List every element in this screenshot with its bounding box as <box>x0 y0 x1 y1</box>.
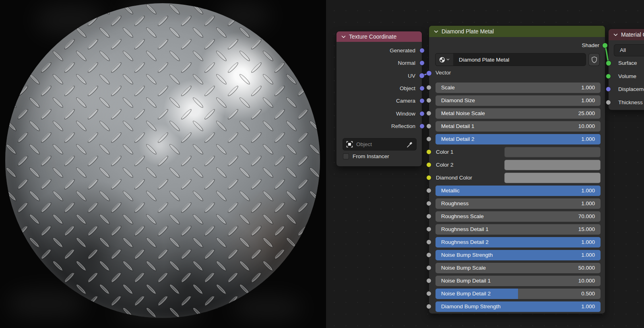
number-field[interactable]: Metallic1.000 <box>436 186 601 196</box>
color-swatch[interactable] <box>504 147 601 157</box>
param-row-noise-bump-scale[interactable]: Noise Bump Scale50.000 <box>436 263 601 273</box>
node-header[interactable]: Texture Coordinate <box>336 31 422 42</box>
param-row-color-2[interactable]: Color 2 <box>436 160 601 170</box>
param-label: Roughness Detail 2 <box>441 237 489 248</box>
value-input-socket[interactable] <box>426 85 431 90</box>
value-input-socket[interactable] <box>426 252 431 258</box>
shader-input-socket[interactable] <box>606 60 611 66</box>
number-field[interactable]: Scale1.000 <box>436 83 601 93</box>
number-field[interactable]: Roughness Detail 21.000 <box>436 237 601 248</box>
chevron-down-icon[interactable] <box>613 33 618 37</box>
param-row-metal-noise-scale[interactable]: Metal Noise Scale25.000 <box>436 108 601 119</box>
fake-user-shield-button[interactable] <box>589 54 599 66</box>
param-row-metal-detail-1[interactable]: Metal Detail 110.000 <box>436 121 601 132</box>
datablock-icon-dropdown[interactable] <box>436 54 453 66</box>
output-row-reflection: Reflection <box>336 122 422 130</box>
from-instancer-checkbox[interactable] <box>343 153 349 159</box>
param-value: 1.000 <box>581 237 595 248</box>
number-field[interactable]: Noise Bump Detail 20.500 <box>436 289 601 299</box>
value-input-socket[interactable] <box>426 239 431 245</box>
value-input-socket[interactable] <box>426 136 431 142</box>
param-row-roughness-detail-1[interactable]: Roughness Detail 115.000 <box>436 224 601 235</box>
output-label: Normal <box>398 60 415 66</box>
material-sphere-icon <box>439 57 445 63</box>
param-row-scale[interactable]: Scale1.000 <box>436 83 601 93</box>
value-input-socket[interactable] <box>426 304 431 309</box>
value-input-socket[interactable] <box>426 201 431 206</box>
from-instancer-label: From Instancer <box>353 153 389 159</box>
value-input-socket[interactable] <box>426 98 431 103</box>
param-row-noise-bump-strength[interactable]: Noise Bump Strength1.000 <box>436 250 601 260</box>
nodegroup-name[interactable]: Diamond Plate Metal <box>453 57 509 63</box>
node-header[interactable]: Material Output <box>609 29 644 40</box>
param-row-color-1[interactable]: Color 1 <box>436 147 601 157</box>
value-input-socket[interactable] <box>426 214 431 219</box>
param-label: Diamond Bump Strength <box>441 301 501 312</box>
value-input-socket[interactable] <box>426 124 431 129</box>
color-swatch[interactable] <box>504 173 601 183</box>
vector-output-socket[interactable] <box>419 86 425 91</box>
input-row-volume: Volume <box>609 72 644 80</box>
output-label: Window <box>396 111 415 117</box>
number-field[interactable]: Metal Detail 21.000 <box>436 134 601 144</box>
param-label: Color 2 <box>436 160 454 170</box>
number-field[interactable]: Noise Bump Detail 110.000 <box>436 276 601 286</box>
value-input-socket[interactable] <box>606 100 611 105</box>
from-instancer-row[interactable]: From Instancer <box>343 153 389 159</box>
number-field[interactable]: Noise Bump Strength1.000 <box>436 250 601 260</box>
param-row-noise-bump-detail-1[interactable]: Noise Bump Detail 110.000 <box>436 276 601 286</box>
param-row-metal-detail-2[interactable]: Metal Detail 21.000 <box>436 134 601 144</box>
number-field[interactable]: Diamond Size1.000 <box>436 95 601 106</box>
number-field[interactable]: Noise Bump Scale50.000 <box>436 263 601 273</box>
color-swatch[interactable] <box>504 160 601 170</box>
value-input-socket[interactable] <box>426 278 431 283</box>
number-field[interactable]: Metal Detail 110.000 <box>436 121 601 132</box>
chevron-down-icon[interactable] <box>434 29 438 34</box>
number-field[interactable]: Roughness Detail 115.000 <box>436 224 601 235</box>
vector-input-socket[interactable] <box>426 70 431 76</box>
object-picker-field[interactable]: Object <box>343 138 416 150</box>
vector-input-socket[interactable] <box>606 87 611 92</box>
param-row-diamond-color[interactable]: Diamond Color <box>436 173 601 183</box>
node-material-output[interactable]: Material Output All SurfaceVolumeDisplac… <box>609 29 644 110</box>
vector-output-socket[interactable] <box>419 111 425 116</box>
vector-output-socket[interactable] <box>419 48 425 53</box>
node-group-diamond-plate-metal[interactable]: Diamond Plate Metal Shader Diamond Plate… <box>429 26 605 314</box>
nodegroup-datablock-field[interactable]: Diamond Plate Metal <box>436 54 586 66</box>
color-input-socket[interactable] <box>426 175 431 180</box>
output-target-dropdown[interactable]: All <box>614 45 644 56</box>
input-row-displacement: Displacement <box>609 85 644 93</box>
shader-input-socket[interactable] <box>606 74 611 79</box>
value-input-socket[interactable] <box>426 291 431 296</box>
eyedropper-icon[interactable] <box>407 141 413 148</box>
color-input-socket[interactable] <box>426 162 431 167</box>
value-input-socket[interactable] <box>426 265 431 270</box>
node-texture-coordinate[interactable]: Texture Coordinate GeneratedNormalUVObje… <box>336 31 422 166</box>
param-row-roughness[interactable]: Roughness1.000 <box>436 198 601 209</box>
vector-output-socket[interactable] <box>419 60 425 66</box>
value-input-socket[interactable] <box>426 188 431 193</box>
color-input-socket[interactable] <box>426 149 431 155</box>
param-row-noise-bump-detail-2[interactable]: Noise Bump Detail 20.500 <box>436 289 601 299</box>
output-label: Generated <box>390 47 415 54</box>
shader-output-socket[interactable] <box>603 43 608 48</box>
value-input-socket[interactable] <box>426 111 431 116</box>
vector-output-socket[interactable] <box>419 124 425 129</box>
param-row-roughness-detail-2[interactable]: Roughness Detail 21.000 <box>436 237 601 248</box>
shader-node-editor[interactable]: Texture Coordinate GeneratedNormalUVObje… <box>326 0 644 328</box>
param-row-metallic[interactable]: Metallic1.000 <box>436 186 601 196</box>
number-field[interactable]: Metal Noise Scale25.000 <box>436 108 601 119</box>
number-field[interactable]: Roughness Scale70.000 <box>436 211 601 222</box>
vector-output-socket[interactable] <box>419 73 425 78</box>
value-input-socket[interactable] <box>426 227 431 232</box>
param-label: Diamond Color <box>436 173 472 183</box>
vector-output-socket[interactable] <box>419 98 425 103</box>
param-row-diamond-bump-strength[interactable]: Diamond Bump Strength1.000 <box>436 301 601 312</box>
param-row-diamond-size[interactable]: Diamond Size1.000 <box>436 95 601 106</box>
chevron-down-icon[interactable] <box>341 35 346 39</box>
number-field[interactable]: Diamond Bump Strength1.000 <box>436 301 601 312</box>
param-row-roughness-scale[interactable]: Roughness Scale70.000 <box>436 211 601 222</box>
number-field[interactable]: Roughness1.000 <box>436 198 601 209</box>
render-preview-viewport[interactable] <box>0 0 326 328</box>
node-header[interactable]: Diamond Plate Metal <box>429 26 605 37</box>
